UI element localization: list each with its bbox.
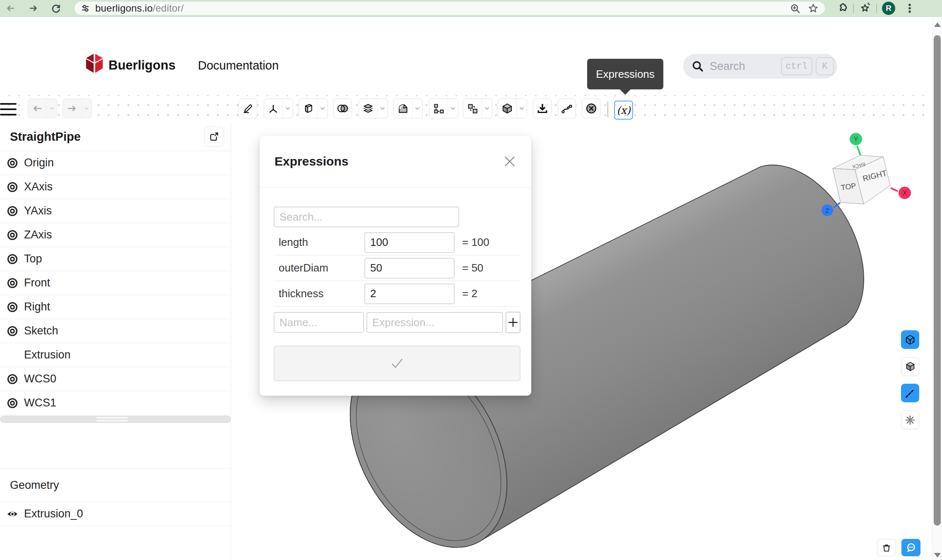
dropdown-chevron[interactable]: [317, 99, 328, 118]
visibility-eye-icon[interactable]: [6, 252, 19, 266]
nav-documentation-link[interactable]: Documentation: [198, 59, 279, 72]
app-logo[interactable]: [85, 53, 104, 74]
site-settings-icon[interactable]: [80, 3, 90, 13]
feature-list-item[interactable]: Sketch: [0, 319, 231, 343]
bookmark-star-icon[interactable]: [807, 2, 819, 14]
search-placeholder: Search: [710, 60, 745, 73]
feature-list-item[interactable]: Origin: [0, 151, 231, 175]
geometry-list-item[interactable]: Extrusion_0: [0, 502, 231, 526]
expression-value-input[interactable]: [364, 258, 455, 279]
feedback-chat-button[interactable]: [901, 539, 920, 556]
cube-icon[interactable]: [498, 99, 516, 118]
redo-dropdown-chevron[interactable]: [81, 99, 92, 118]
visibility-eye-icon[interactable]: [6, 397, 19, 410]
page-scrollbar[interactable]: [932, 17, 942, 560]
profile-avatar[interactable]: R: [882, 2, 895, 15]
visibility-eye-icon[interactable]: [6, 276, 19, 290]
visibility-eye-icon[interactable]: [6, 180, 19, 194]
snap-points-button[interactable]: [901, 411, 919, 429]
brand-name[interactable]: Buerligons: [108, 58, 176, 73]
undo-dropdown-chevron[interactable]: [46, 99, 57, 118]
feature-list-item[interactable]: Extrusion: [0, 343, 231, 367]
slice-tool-group[interactable]: [359, 99, 388, 118]
scroll-up-arrow-icon[interactable]: [934, 22, 941, 27]
visibility-eye-icon[interactable]: [6, 373, 19, 386]
visibility-eye-icon[interactable]: [6, 228, 19, 242]
feature-list-item[interactable]: ZAxis: [0, 223, 231, 247]
extrude-tool-group[interactable]: [299, 99, 328, 118]
undo-button-group[interactable]: [28, 99, 57, 118]
new-expression-value-input[interactable]: [366, 312, 503, 333]
pattern-distribute-icon[interactable]: [429, 99, 448, 118]
redo-button-group[interactable]: [63, 99, 92, 118]
scroll-down-arrow-icon[interactable]: [934, 553, 941, 558]
expression-value-input[interactable]: [364, 284, 455, 304]
browser-forward-button[interactable]: [27, 1, 41, 15]
work-axes-icon[interactable]: [264, 99, 282, 118]
part-title: StraightPipe: [10, 130, 81, 144]
shortcut-ctrl-key: ctrl: [781, 57, 812, 75]
dropdown-chevron[interactable]: [377, 99, 388, 118]
layers-icon[interactable]: [359, 99, 377, 118]
dialog-close-button[interactable]: [501, 152, 519, 171]
open-part-button[interactable]: [204, 127, 224, 147]
import-tool-button[interactable]: [533, 99, 552, 118]
main-menu-button[interactable]: [0, 102, 17, 116]
sketch-tool-button[interactable]: [239, 99, 257, 118]
dropdown-chevron[interactable]: [282, 99, 293, 118]
browser-menu-icon[interactable]: [904, 3, 915, 14]
remove-tool-button[interactable]: [582, 99, 600, 118]
feature-label: Sketch: [24, 324, 58, 337]
redo-icon[interactable]: [63, 99, 81, 118]
spline-tool-button[interactable]: [558, 99, 576, 118]
dropdown-chevron[interactable]: [448, 99, 458, 118]
dropdown-chevron[interactable]: [516, 99, 527, 118]
add-expression-button[interactable]: [506, 312, 520, 333]
visibility-eye-icon[interactable]: [6, 507, 19, 521]
pattern-tool-group[interactable]: [429, 99, 458, 118]
solid-view-tool-group[interactable]: [498, 99, 527, 118]
visibility-eye-icon[interactable]: [6, 204, 19, 218]
new-expression-name-input[interactable]: [274, 312, 364, 333]
feature-list-item[interactable]: Front: [0, 271, 231, 295]
dashed-edges-toggle-button[interactable]: [901, 384, 919, 402]
delete-view-button[interactable]: [877, 539, 896, 556]
fillet-tool-group[interactable]: [393, 99, 423, 118]
checkmark-icon: [388, 354, 407, 373]
browser-back-button[interactable]: [3, 1, 17, 15]
drag-handle[interactable]: [96, 417, 128, 421]
global-search[interactable]: Search ctrl K: [683, 54, 837, 79]
view-cube-gizmo[interactable]: TOP RIGHT BACK Y X Z: [818, 130, 914, 219]
feature-list-item[interactable]: XAxis: [0, 175, 231, 199]
copy-transform-tool-group[interactable]: [463, 99, 492, 118]
browser-refresh-button[interactable]: [49, 1, 63, 15]
zoom-icon[interactable]: [790, 3, 801, 14]
expression-value-input[interactable]: [364, 232, 455, 253]
visibility-eye-icon[interactable]: [6, 300, 19, 314]
work-geometry-tool-group[interactable]: [264, 99, 293, 118]
panel-resize-scrollbar[interactable]: [0, 416, 231, 423]
undo-icon[interactable]: [28, 99, 46, 118]
visibility-eye-icon[interactable]: [6, 324, 19, 338]
shaded-view-button[interactable]: [901, 357, 919, 376]
hidden-line-view-button[interactable]: [901, 330, 919, 349]
visibility-eye-icon[interactable]: [6, 156, 19, 170]
url-bar[interactable]: buerligons.io/editor/: [75, 2, 825, 15]
dropdown-chevron[interactable]: [412, 99, 422, 118]
expression-search-input[interactable]: [274, 207, 459, 227]
feature-list-item[interactable]: Right: [0, 295, 231, 319]
feature-list-item[interactable]: Top: [0, 247, 231, 271]
fillet-icon[interactable]: [394, 99, 412, 118]
extrude-icon[interactable]: [299, 99, 317, 118]
boolean-tool-button[interactable]: [333, 99, 352, 118]
feature-list-item[interactable]: WCS1: [0, 391, 231, 415]
reading-list-icon[interactable]: [859, 2, 871, 14]
feature-list-item[interactable]: YAxis: [0, 199, 231, 223]
copy-move-icon[interactable]: [463, 99, 482, 118]
dropdown-chevron[interactable]: [482, 99, 492, 118]
shortcut-k-key: K: [816, 57, 834, 75]
scrollbar-thumb[interactable]: [934, 35, 941, 526]
confirm-button[interactable]: [274, 346, 520, 381]
extensions-icon[interactable]: [836, 2, 848, 14]
feature-list-item[interactable]: WCS0: [0, 367, 231, 391]
